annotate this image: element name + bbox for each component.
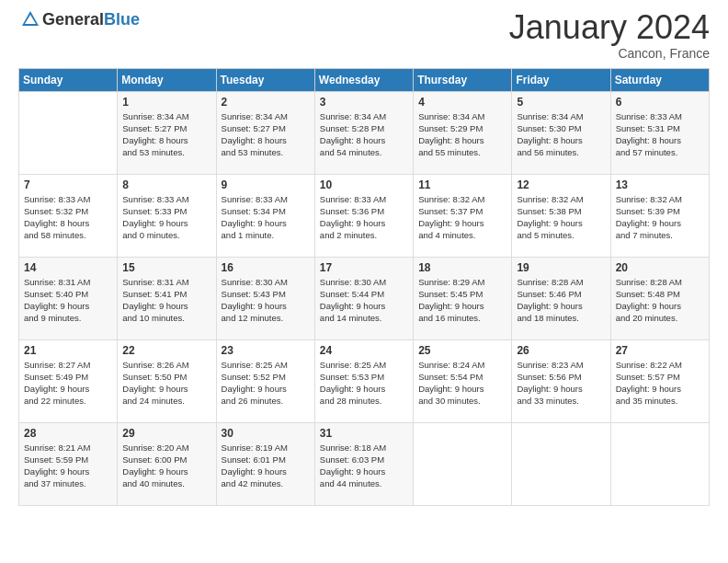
- day-info: Sunrise: 8:34 AMSunset: 5:27 PMDaylight:…: [222, 110, 310, 159]
- col-sunday: Sunday: [19, 68, 118, 91]
- day-number: 4: [418, 96, 506, 109]
- calendar-cell: 8Sunrise: 8:33 AMSunset: 5:33 PMDaylight…: [118, 174, 216, 257]
- day-number: 29: [122, 427, 210, 440]
- calendar-cell: 25Sunrise: 8:24 AMSunset: 5:54 PMDayligh…: [414, 339, 512, 422]
- calendar-cell: 18Sunrise: 8:29 AMSunset: 5:45 PMDayligh…: [414, 257, 512, 339]
- calendar-cell: 11Sunrise: 8:32 AMSunset: 5:37 PMDayligh…: [414, 174, 512, 257]
- day-number: 7: [24, 178, 112, 191]
- col-wednesday: Wednesday: [314, 68, 413, 91]
- calendar-table: Sunday Monday Tuesday Wednesday Thursday…: [18, 68, 710, 506]
- day-info: Sunrise: 8:29 AMSunset: 5:45 PMDaylight:…: [418, 276, 506, 325]
- calendar-cell: 6Sunrise: 8:33 AMSunset: 5:31 PMDaylight…: [610, 91, 709, 174]
- calendar-cell: 2Sunrise: 8:34 AMSunset: 5:27 PMDaylight…: [216, 91, 314, 174]
- calendar-cell: 21Sunrise: 8:27 AMSunset: 5:49 PMDayligh…: [19, 339, 118, 422]
- day-number: 8: [122, 178, 210, 191]
- day-info: Sunrise: 8:30 AMSunset: 5:43 PMDaylight:…: [222, 276, 310, 325]
- day-number: 23: [222, 344, 310, 357]
- calendar-cell: 23Sunrise: 8:25 AMSunset: 5:52 PMDayligh…: [216, 339, 314, 422]
- calendar-week-row: 14Sunrise: 8:31 AMSunset: 5:40 PMDayligh…: [19, 257, 710, 339]
- day-info: Sunrise: 8:23 AMSunset: 5:56 PMDaylight:…: [517, 359, 605, 408]
- day-info: Sunrise: 8:28 AMSunset: 5:48 PMDaylight:…: [616, 276, 704, 325]
- day-info: Sunrise: 8:33 AMSunset: 5:32 PMDaylight:…: [24, 193, 112, 242]
- calendar-cell: 31Sunrise: 8:18 AMSunset: 6:03 PMDayligh…: [314, 422, 413, 505]
- day-info: Sunrise: 8:25 AMSunset: 5:53 PMDaylight:…: [320, 359, 408, 408]
- calendar-cell: 14Sunrise: 8:31 AMSunset: 5:40 PMDayligh…: [19, 257, 118, 339]
- day-info: Sunrise: 8:22 AMSunset: 5:57 PMDaylight:…: [616, 359, 704, 408]
- calendar-cell: 28Sunrise: 8:21 AMSunset: 5:59 PMDayligh…: [19, 422, 118, 505]
- day-number: 6: [616, 96, 704, 109]
- calendar-header-row: Sunday Monday Tuesday Wednesday Thursday…: [19, 68, 710, 91]
- day-number: 28: [24, 427, 112, 440]
- calendar-cell: 17Sunrise: 8:30 AMSunset: 5:44 PMDayligh…: [314, 257, 413, 339]
- day-info: Sunrise: 8:32 AMSunset: 5:38 PMDaylight:…: [517, 193, 605, 242]
- logo-general: GeneralBlue: [42, 10, 140, 29]
- header: GeneralBlue January 2024 Cancon, France: [18, 9, 710, 61]
- day-number: 25: [418, 344, 506, 357]
- day-info: Sunrise: 8:19 AMSunset: 6:01 PMDaylight:…: [222, 442, 310, 490]
- day-number: 27: [616, 344, 704, 357]
- day-info: Sunrise: 8:34 AMSunset: 5:29 PMDaylight:…: [418, 110, 506, 159]
- calendar-cell: 7Sunrise: 8:33 AMSunset: 5:32 PMDaylight…: [19, 174, 118, 257]
- day-number: 24: [320, 344, 408, 357]
- day-info: Sunrise: 8:30 AMSunset: 5:44 PMDaylight:…: [320, 276, 408, 325]
- day-number: 13: [616, 178, 704, 191]
- calendar-cell: [414, 422, 512, 505]
- day-info: Sunrise: 8:28 AMSunset: 5:46 PMDaylight:…: [517, 276, 605, 325]
- calendar-cell: 19Sunrise: 8:28 AMSunset: 5:46 PMDayligh…: [512, 257, 610, 339]
- calendar-cell: [19, 91, 118, 174]
- calendar-week-row: 7Sunrise: 8:33 AMSunset: 5:32 PMDaylight…: [19, 174, 710, 257]
- calendar-cell: 20Sunrise: 8:28 AMSunset: 5:48 PMDayligh…: [610, 257, 709, 339]
- col-saturday: Saturday: [610, 68, 709, 91]
- calendar-cell: 1Sunrise: 8:34 AMSunset: 5:27 PMDaylight…: [118, 91, 216, 174]
- day-number: 9: [222, 178, 310, 191]
- col-friday: Friday: [512, 68, 610, 91]
- day-number: 21: [24, 344, 112, 357]
- day-number: 14: [24, 261, 112, 274]
- calendar-cell: 16Sunrise: 8:30 AMSunset: 5:43 PMDayligh…: [216, 257, 314, 339]
- calendar-cell: [512, 422, 610, 505]
- day-number: 15: [122, 261, 210, 274]
- day-info: Sunrise: 8:34 AMSunset: 5:30 PMDaylight:…: [517, 110, 605, 159]
- day-number: 12: [517, 178, 605, 191]
- day-number: 20: [616, 261, 704, 274]
- calendar-cell: 29Sunrise: 8:20 AMSunset: 6:00 PMDayligh…: [118, 422, 216, 505]
- calendar-cell: 30Sunrise: 8:19 AMSunset: 6:01 PMDayligh…: [216, 422, 314, 505]
- day-info: Sunrise: 8:33 AMSunset: 5:36 PMDaylight:…: [320, 193, 408, 242]
- day-number: 5: [517, 96, 605, 109]
- day-info: Sunrise: 8:32 AMSunset: 5:39 PMDaylight:…: [616, 193, 704, 242]
- day-number: 2: [222, 96, 310, 109]
- day-info: Sunrise: 8:33 AMSunset: 5:34 PMDaylight:…: [222, 193, 310, 242]
- col-tuesday: Tuesday: [216, 68, 314, 91]
- month-title: January 2024: [509, 9, 710, 46]
- calendar-cell: 12Sunrise: 8:32 AMSunset: 5:38 PMDayligh…: [512, 174, 610, 257]
- day-info: Sunrise: 8:33 AMSunset: 5:33 PMDaylight:…: [122, 193, 210, 242]
- title-section: January 2024 Cancon, France: [509, 9, 710, 61]
- location: Cancon, France: [509, 46, 710, 61]
- calendar-cell: 24Sunrise: 8:25 AMSunset: 5:53 PMDayligh…: [314, 339, 413, 422]
- calendar-cell: [610, 422, 709, 505]
- day-info: Sunrise: 8:24 AMSunset: 5:54 PMDaylight:…: [418, 359, 506, 408]
- day-number: 26: [517, 344, 605, 357]
- day-info: Sunrise: 8:26 AMSunset: 5:50 PMDaylight:…: [122, 359, 210, 408]
- calendar-cell: 26Sunrise: 8:23 AMSunset: 5:56 PMDayligh…: [512, 339, 610, 422]
- day-number: 10: [320, 178, 408, 191]
- calendar-week-row: 28Sunrise: 8:21 AMSunset: 5:59 PMDayligh…: [19, 422, 710, 505]
- day-info: Sunrise: 8:21 AMSunset: 5:59 PMDaylight:…: [24, 442, 112, 490]
- day-info: Sunrise: 8:31 AMSunset: 5:40 PMDaylight:…: [24, 276, 112, 325]
- col-thursday: Thursday: [414, 68, 512, 91]
- day-number: 16: [222, 261, 310, 274]
- logo: GeneralBlue: [18, 9, 140, 29]
- calendar-cell: 15Sunrise: 8:31 AMSunset: 5:41 PMDayligh…: [118, 257, 216, 339]
- calendar-week-row: 21Sunrise: 8:27 AMSunset: 5:49 PMDayligh…: [19, 339, 710, 422]
- day-number: 17: [320, 261, 408, 274]
- day-number: 22: [122, 344, 210, 357]
- day-info: Sunrise: 8:18 AMSunset: 6:03 PMDaylight:…: [320, 442, 408, 490]
- calendar-cell: 9Sunrise: 8:33 AMSunset: 5:34 PMDaylight…: [216, 174, 314, 257]
- calendar-cell: 5Sunrise: 8:34 AMSunset: 5:30 PMDaylight…: [512, 91, 610, 174]
- day-info: Sunrise: 8:34 AMSunset: 5:27 PMDaylight:…: [122, 110, 210, 159]
- logo-icon: [20, 9, 40, 29]
- calendar-cell: 3Sunrise: 8:34 AMSunset: 5:28 PMDaylight…: [314, 91, 413, 174]
- day-number: 19: [517, 261, 605, 274]
- day-number: 30: [222, 427, 310, 440]
- page: GeneralBlue January 2024 Cancon, France …: [0, 0, 728, 563]
